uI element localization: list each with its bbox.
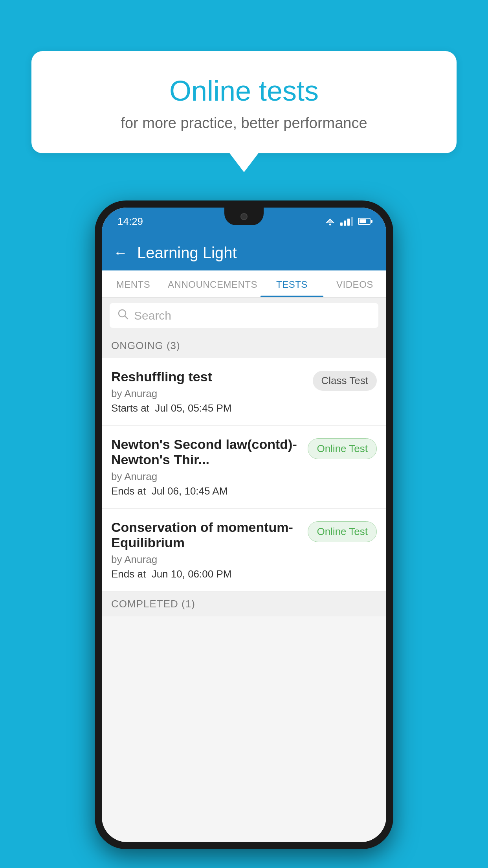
test-item[interactable]: Reshuffling test by Anurag Starts at Jul… <box>102 358 386 426</box>
test-item[interactable]: Newton's Second law(contd)-Newton's Thir… <box>102 426 386 509</box>
svg-point-2 <box>329 224 331 226</box>
test-date-label: Ends at <box>111 485 146 497</box>
search-input[interactable]: Search <box>134 309 171 322</box>
tab-announcements[interactable]: ANNOUNCEMENTS <box>165 270 261 297</box>
phone-wrapper: 14:29 <box>95 200 393 849</box>
test-name: Conservation of momentum-Equilibrium <box>111 520 301 550</box>
test-name: Newton's Second law(contd)-Newton's Thir… <box>111 437 301 467</box>
status-bar: 14:29 <box>102 208 386 235</box>
test-date: Ends at Jul 06, 10:45 AM <box>111 485 301 497</box>
class-test-badge: Class Test <box>313 371 377 391</box>
search-icon <box>117 309 128 322</box>
phone-outer: 14:29 <box>95 200 393 849</box>
camera-dot <box>240 213 248 220</box>
back-button[interactable]: ← <box>114 245 128 261</box>
app-header: ← Learning Light <box>102 235 386 270</box>
battery-icon <box>358 218 371 225</box>
test-by: by Anurag <box>111 471 301 483</box>
signal-icon <box>340 217 353 226</box>
test-by: by Anurag <box>111 554 301 566</box>
test-date-value: Jul 06, 10:45 AM <box>152 485 228 497</box>
phone-screen: 14:29 <box>102 208 386 842</box>
test-item[interactable]: Conservation of momentum-Equilibrium by … <box>102 509 386 592</box>
test-info: Reshuffling test by Anurag Starts at Jul… <box>111 369 313 414</box>
battery-fill <box>360 219 366 223</box>
tab-videos[interactable]: VIDEOS <box>323 270 386 297</box>
notch <box>224 208 264 225</box>
test-name: Reshuffling test <box>111 369 306 384</box>
test-by: by Anurag <box>111 388 306 400</box>
app-title: Learning Light <box>137 244 237 262</box>
search-input-wrapper[interactable]: Search <box>110 303 378 328</box>
online-test-badge: Online Test <box>308 521 377 542</box>
status-icons <box>325 217 371 226</box>
tab-assignments[interactable]: MENTS <box>102 270 165 297</box>
test-date: Ends at Jun 10, 06:00 PM <box>111 568 301 580</box>
speech-bubble-container: Online tests for more practice, better p… <box>31 51 457 153</box>
test-date: Starts at Jul 05, 05:45 PM <box>111 402 306 414</box>
online-tests-title: Online tests <box>55 75 433 107</box>
online-tests-subtitle: for more practice, better performance <box>55 115 433 132</box>
svg-line-4 <box>125 316 128 319</box>
status-time: 14:29 <box>117 215 143 228</box>
test-date-value: Jul 05, 05:45 PM <box>155 402 231 414</box>
wifi-icon <box>325 217 336 226</box>
ongoing-section-header: ONGOING (3) <box>102 333 386 358</box>
tab-tests[interactable]: TESTS <box>261 270 323 297</box>
test-date-label: Ends at <box>111 568 146 580</box>
completed-section-header: COMPLETED (1) <box>102 592 386 616</box>
test-info: Newton's Second law(contd)-Newton's Thir… <box>111 437 308 497</box>
search-container: Search <box>102 298 386 333</box>
online-test-badge: Online Test <box>308 438 377 459</box>
test-date-label: Starts at <box>111 402 149 414</box>
tabs-container: MENTS ANNOUNCEMENTS TESTS VIDEOS <box>102 270 386 298</box>
test-info: Conservation of momentum-Equilibrium by … <box>111 520 308 580</box>
test-date-value: Jun 10, 06:00 PM <box>152 568 232 580</box>
speech-bubble: Online tests for more practice, better p… <box>31 51 457 153</box>
